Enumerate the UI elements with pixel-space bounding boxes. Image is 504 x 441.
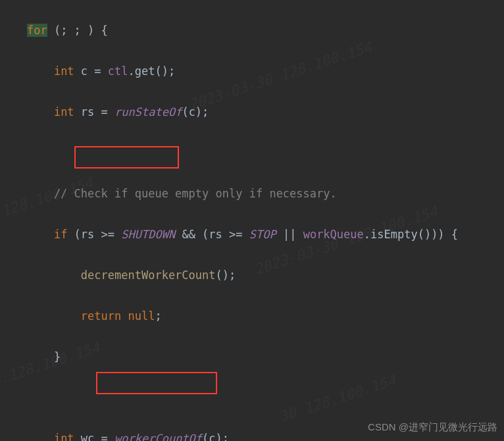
for-keyword: for: [27, 24, 47, 37]
comment: // Check if queue empty only if necessar…: [0, 187, 337, 200]
code-editor[interactable]: for (; ; ) { int c = ctl.get(); int rs =…: [0, 0, 504, 441]
code-line: decrementWorkerCount();: [0, 265, 504, 286]
csdn-attribution: CSDN @进窄门见微光行远路: [368, 417, 497, 437]
code-line: [0, 388, 504, 408]
code-line: }: [0, 347, 504, 367]
code-line: return null;: [0, 306, 504, 326]
code-line: for (; ; ) {: [0, 20, 504, 41]
code-line: [0, 143, 504, 163]
code-line: int rs = runStateOf(c);: [0, 102, 504, 122]
code-line: int c = ctl.get();: [0, 61, 504, 82]
code-line: // Check if queue empty only if necessar…: [0, 184, 504, 204]
code-line: if (rs >= SHUTDOWN && (rs >= STOP || wor…: [0, 224, 504, 245]
